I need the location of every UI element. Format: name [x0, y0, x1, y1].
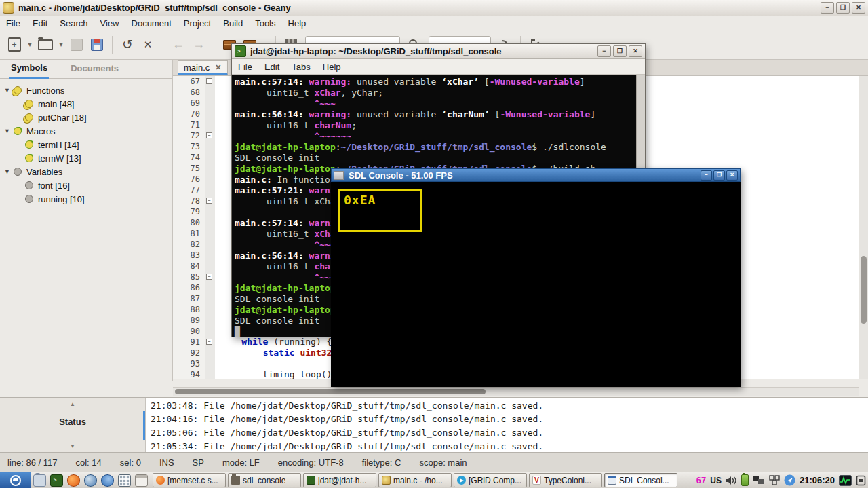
sidebar-item-macros[interactable]: ▼Macros [0, 124, 172, 138]
line-number: 78 [173, 195, 205, 206]
fold-margin [205, 293, 215, 304]
taskbar-window-firefox[interactable]: [memset.c s... [153, 473, 226, 487]
sidebar-item-termh[interactable]: termH [14] [0, 138, 172, 151]
save-all-button[interactable] [88, 35, 106, 54]
sidebar-item-functions[interactable]: ▼Functions [0, 83, 172, 97]
save-button[interactable] [68, 35, 85, 54]
expander-icon[interactable]: ▼ [4, 168, 14, 175]
terminal-text: ] [580, 77, 585, 87]
menu-help[interactable]: Help [317, 62, 347, 72]
taskbar-window-geany[interactable]: main.c - /ho... [378, 473, 452, 487]
menu-help[interactable]: Help [282, 18, 313, 29]
fold-collapse-icon[interactable]: − [206, 132, 212, 138]
maximize-button[interactable]: ❐ [836, 2, 850, 14]
menu-project[interactable]: Project [178, 18, 217, 29]
maximize-button[interactable]: ❐ [613, 45, 627, 57]
tab-status[interactable]: Status [0, 417, 145, 427]
launcher-terminal[interactable] [48, 472, 65, 488]
terminal-text: ‘xChar’ [441, 77, 479, 87]
expander-icon[interactable]: ▼ [4, 128, 14, 134]
navigate-back-button[interactable] [170, 35, 187, 54]
fold-collapse-icon[interactable]: − [206, 274, 212, 280]
launcher-file-manager[interactable] [31, 472, 48, 488]
launcher-browser[interactable] [99, 472, 116, 488]
status-ins: INS [159, 457, 174, 468]
close-button[interactable]: ✕ [629, 45, 642, 57]
clock[interactable]: 21:06:20 [800, 475, 835, 485]
tab-close-icon[interactable]: ✕ [215, 63, 221, 72]
launcher-firefox[interactable] [65, 472, 82, 488]
system-monitor-icon[interactable] [839, 475, 852, 486]
fold-margin[interactable]: − [205, 271, 215, 282]
volume-icon[interactable] [726, 476, 737, 485]
taskbar-window-terminal[interactable]: jdat@jdat-h... [303, 473, 376, 487]
menu-file[interactable]: File [232, 62, 258, 72]
network-icon[interactable] [753, 475, 765, 485]
taskbar-window-folder[interactable]: sdl_console [228, 473, 301, 487]
menu-file[interactable]: File [0, 18, 26, 29]
toolbar-separator [163, 36, 163, 54]
close-button[interactable]: ✕ [852, 2, 865, 14]
lock-screen-icon[interactable] [856, 475, 866, 486]
tab-symbols[interactable]: Symbols [9, 60, 49, 79]
launcher-email[interactable] [82, 472, 99, 488]
fold-margin[interactable]: − [205, 76, 215, 87]
tab-main-c[interactable]: main.c ✕ [178, 60, 228, 75]
scrollbar-thumb[interactable] [175, 389, 486, 394]
launcher-calculator[interactable] [116, 472, 133, 488]
battery-icon[interactable] [741, 474, 749, 486]
fold-collapse-icon[interactable]: − [206, 198, 212, 204]
start-menu-button[interactable] [0, 472, 31, 488]
menu-edit[interactable]: Edit [26, 18, 54, 29]
scrollbar-thumb[interactable] [861, 256, 867, 324]
language-indicator[interactable]: US [710, 476, 722, 485]
scroll-up-arrow-icon[interactable]: ▲ [0, 401, 145, 407]
minimize-button[interactable]: − [821, 2, 834, 14]
new-file-dropdown[interactable] [26, 35, 34, 54]
fold-collapse-icon[interactable]: − [206, 78, 212, 84]
geany-titlebar[interactable]: main.c - /home/jdat/Desktop/GRiD_stuff/t… [0, 0, 868, 16]
navigate-forward-button[interactable] [190, 35, 208, 54]
sidebar-item-font[interactable]: font [16] [0, 179, 172, 192]
taskbar-window-telegram[interactable]: [GRiD Comp... [454, 473, 527, 487]
open-file-dropdown[interactable] [57, 35, 65, 54]
minimize-button[interactable]: − [701, 170, 712, 181]
fold-margin[interactable]: − [205, 195, 215, 206]
taskbar-window-vivaldi[interactable]: TypeColoni... [529, 473, 602, 487]
fold-collapse-icon[interactable]: − [206, 339, 212, 345]
sidebar-item-main[interactable]: main [48] [0, 97, 172, 111]
terminal-titlebar[interactable]: jdat@jdat-hp-laptop: ~/Desktop/GRiD_stuf… [232, 44, 645, 59]
taskbar-window-sdl[interactable]: SDL Consol... [604, 473, 677, 487]
terminal-line: ^~~~ [235, 98, 645, 109]
expander-icon[interactable]: ▼ [4, 87, 14, 94]
editor-horizontal-scrollbar[interactable] [173, 387, 859, 396]
new-file-button[interactable] [5, 35, 23, 54]
open-file-button[interactable] [37, 35, 54, 54]
menu-search[interactable]: Search [54, 18, 94, 29]
close-file-button[interactable] [139, 35, 157, 54]
scroll-down-arrow-icon[interactable]: ▼ [0, 443, 145, 449]
launcher-show-desktop[interactable] [133, 472, 150, 488]
menu-tools[interactable]: Tools [249, 18, 281, 29]
menu-document[interactable]: Document [125, 18, 178, 29]
menu-tabs[interactable]: Tabs [285, 62, 316, 72]
fold-margin[interactable]: − [205, 337, 215, 348]
sidebar-item-termw[interactable]: termW [13] [0, 151, 172, 165]
minimize-button[interactable]: − [597, 45, 611, 57]
sidebar-item-putchar[interactable]: putChar [18] [0, 111, 172, 124]
keyboard-layout-indicator[interactable]: 67 [696, 475, 706, 485]
sdl-titlebar[interactable]: SDL Console - 51.00 FPS − ❐ ✕ [331, 168, 741, 182]
menu-build[interactable]: Build [217, 18, 249, 29]
revert-button[interactable] [119, 35, 136, 54]
window-layout-icon[interactable] [769, 475, 780, 485]
close-button[interactable]: ✕ [726, 170, 738, 181]
menu-edit[interactable]: Edit [258, 62, 285, 72]
sidebar-item-running[interactable]: running [10] [0, 192, 172, 206]
updater-icon[interactable] [784, 474, 795, 486]
menu-view[interactable]: View [94, 18, 125, 29]
tab-documents[interactable]: Documents [69, 60, 120, 77]
editor-vertical-scrollbar[interactable] [859, 76, 868, 379]
fold-margin[interactable]: − [205, 130, 215, 141]
maximize-button[interactable]: ❐ [713, 170, 725, 181]
sidebar-item-variables[interactable]: ▼Variables [0, 165, 172, 179]
